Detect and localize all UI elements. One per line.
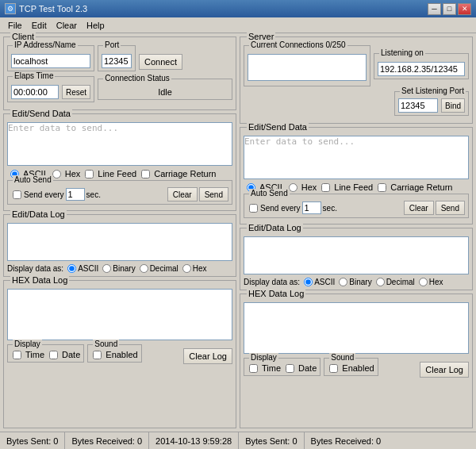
reset-button[interactable]: Reset bbox=[62, 85, 90, 99]
server-linefeed-check[interactable] bbox=[321, 183, 330, 192]
menu-help[interactable]: Help bbox=[82, 20, 109, 31]
server-enabled-check[interactable] bbox=[329, 364, 338, 373]
maximize-button[interactable]: □ bbox=[443, 3, 456, 15]
elaps-label: Elaps Time bbox=[13, 71, 55, 80]
client-send-every-label: Send every bbox=[24, 190, 64, 199]
server-send-every-check[interactable] bbox=[249, 204, 258, 213]
server-data-log-textarea[interactable] bbox=[244, 236, 469, 274]
client-clear-button[interactable]: Clear bbox=[167, 187, 198, 201]
client-cr-label: Carriage Return bbox=[154, 169, 216, 178]
client-data-log-textarea[interactable] bbox=[7, 223, 232, 261]
server-display-as-row: Display data as: ASCII Binary Decimal He… bbox=[244, 278, 469, 286]
server-edit-send-textarea[interactable] bbox=[244, 136, 469, 179]
server-display-binary-label: Binary bbox=[349, 278, 371, 286]
server-auto-send-label: Auto Send bbox=[249, 189, 290, 198]
conn-status-label: Connection Status bbox=[103, 74, 171, 83]
client-send-every-input[interactable] bbox=[66, 188, 85, 201]
status-bytes-received-right: Bytes Received: 0 bbox=[305, 432, 388, 449]
server-edit-send-group: Edit/Send Data ASCII Hex Line Feed Carri… bbox=[240, 127, 473, 224]
client-send-every-check[interactable] bbox=[13, 190, 21, 199]
server-listening-label: Listening on bbox=[379, 48, 425, 57]
server-send-every-input[interactable] bbox=[302, 201, 321, 214]
menu-edit[interactable]: Edit bbox=[27, 20, 52, 31]
conn-status-value: Idle bbox=[158, 87, 172, 97]
client-enabled-row: Enabled bbox=[91, 350, 137, 359]
server-send-button[interactable]: Send bbox=[436, 201, 465, 215]
server-time-check[interactable] bbox=[249, 364, 258, 373]
server-hex-log-textarea[interactable] bbox=[244, 302, 469, 354]
server-display-decimal-radio[interactable] bbox=[376, 278, 385, 286]
server-listening-group: Listening on bbox=[374, 53, 469, 82]
server-linefeed-label: Line Feed bbox=[334, 182, 373, 192]
client-date-check[interactable] bbox=[49, 351, 58, 359]
server-connections-group: Current Connections 0/250 bbox=[244, 45, 370, 89]
menu-clear[interactable]: Clear bbox=[52, 20, 82, 31]
client-display-ascii-radio[interactable] bbox=[67, 264, 76, 273]
server-hex-log-group: HEX Data Log Display Time Date Sound bbox=[240, 294, 473, 428]
server-cr-check[interactable] bbox=[378, 183, 386, 192]
client-linefeed-check[interactable] bbox=[85, 170, 94, 178]
port-subgroup: Port bbox=[98, 45, 136, 71]
server-hex-log-label: HEX Data Log bbox=[247, 289, 305, 298]
server-hex-radio[interactable] bbox=[289, 183, 298, 192]
client-display-decimal-radio[interactable] bbox=[140, 264, 148, 273]
port-input[interactable] bbox=[102, 54, 132, 68]
server-display-ascii-radio[interactable] bbox=[304, 278, 313, 286]
ip-input[interactable] bbox=[11, 54, 90, 68]
client-display-binary-radio[interactable] bbox=[102, 264, 111, 273]
client-enabled-check[interactable] bbox=[93, 351, 102, 359]
status-bytes-sent-right: Bytes Sent: 0 bbox=[239, 432, 304, 449]
client-data-log-group: Edit/Data Log Display data as: ASCII Bin… bbox=[3, 214, 236, 277]
client-enabled-label: Enabled bbox=[106, 350, 137, 359]
client-cr-check[interactable] bbox=[141, 170, 150, 178]
ip-subgroup: IP Address/Name bbox=[7, 45, 94, 71]
port-label: Port bbox=[103, 40, 121, 49]
client-hex-log-textarea[interactable] bbox=[7, 289, 232, 340]
title-bar-title: ⚙ TCP Test Tool 2.3 bbox=[5, 3, 87, 14]
client-hex-radio[interactable] bbox=[52, 170, 61, 178]
server-top-row: Current Connections 0/250 Listening on bbox=[244, 45, 469, 89]
server-display-decimal-label: Decimal bbox=[386, 278, 415, 286]
client-linefeed-label: Line Feed bbox=[98, 169, 136, 178]
server-edit-send-label: Edit/Send Data bbox=[247, 122, 309, 132]
server-display-binary-radio[interactable] bbox=[339, 278, 347, 286]
connect-button[interactable]: Connect bbox=[139, 54, 182, 70]
client-hex-log-group: HEX Data Log Display Time Date Sound bbox=[3, 280, 236, 428]
server-clear-log-button[interactable]: Clear Log bbox=[420, 362, 469, 378]
client-send-button[interactable]: Send bbox=[199, 187, 228, 201]
server-data-log-group: Edit/Data Log Display data as: ASCII Bin… bbox=[240, 228, 473, 290]
server-connections-label: Current Connections 0/250 bbox=[249, 40, 347, 49]
server-date-check[interactable] bbox=[286, 364, 294, 373]
client-edit-send-group: Edit/Send Data ASCII Hex Line Feed Carri… bbox=[3, 113, 236, 211]
client-display-decimal-label: Decimal bbox=[150, 264, 178, 273]
server-sound-subgroup: Sound Enabled bbox=[324, 358, 378, 376]
status-timestamp: 2014-10-13 9:59:28 bbox=[149, 432, 239, 449]
client-time-check[interactable] bbox=[13, 351, 21, 359]
client-hex-log-label: HEX Data Log bbox=[10, 275, 69, 285]
client-display-as-row: Display data as: ASCII Binary Decimal He… bbox=[7, 264, 232, 273]
server-sec-label: sec. bbox=[323, 204, 337, 213]
client-clear-log-button[interactable]: Clear Log bbox=[183, 348, 232, 364]
minimize-button[interactable]: ─ bbox=[428, 3, 441, 15]
elaps-input[interactable] bbox=[11, 85, 59, 99]
client-display-as-label: Display data as: bbox=[7, 264, 63, 273]
client-edit-send-textarea[interactable] bbox=[7, 122, 232, 166]
elaps-status-row: Elaps Time Reset Connection Status Idle bbox=[7, 76, 232, 105]
server-listening-input[interactable] bbox=[378, 62, 465, 76]
client-display-hex-radio[interactable] bbox=[182, 264, 191, 273]
server-data-log-label: Edit/Data Log bbox=[247, 223, 303, 232]
client-auto-send-row: Send every sec. Clear Send bbox=[11, 187, 228, 201]
client-edit-send-label: Edit/Send Data bbox=[10, 109, 72, 118]
server-bottom-row: Display Time Date Sound Enabled Clea bbox=[244, 358, 469, 378]
server-clear-button[interactable]: Clear bbox=[404, 201, 434, 215]
client-sound-label: Sound bbox=[93, 340, 119, 348]
server-port-input[interactable] bbox=[398, 98, 438, 113]
client-display-ascii-label: ASCII bbox=[78, 264, 98, 273]
server-bind-button[interactable]: Bind bbox=[441, 98, 465, 113]
close-button[interactable]: ✕ bbox=[458, 3, 471, 15]
status-bar: Bytes Sent: 0 Bytes Received: 0 2014-10-… bbox=[0, 432, 476, 449]
server-display-hex-radio[interactable] bbox=[419, 278, 428, 286]
menu-file[interactable]: File bbox=[3, 20, 27, 31]
elaps-subgroup: Elaps Time Reset bbox=[7, 76, 94, 102]
title-bar: ⚙ TCP Test Tool 2.3 ─ □ ✕ bbox=[0, 0, 476, 17]
